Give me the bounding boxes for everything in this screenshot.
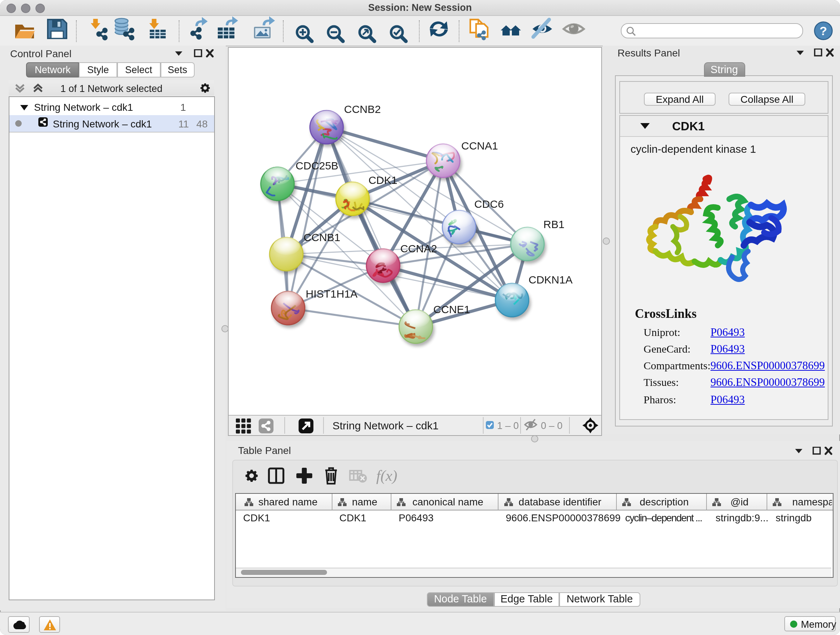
svg-text:CCNA1: CCNA1 (461, 139, 498, 151)
svg-text:1 – 0: 1 – 0 (497, 420, 519, 431)
svg-text:0 – 0: 0 – 0 (541, 420, 562, 431)
svg-text:namespac: namespac (792, 496, 832, 507)
svg-text:CDC25B: CDC25B (295, 159, 338, 171)
svg-text:String Network – cdk1: String Network – cdk1 (332, 419, 439, 431)
svg-text:stringdb: stringdb (775, 512, 812, 523)
svg-text:description: description (639, 496, 688, 507)
svg-text:CCNB2: CCNB2 (344, 103, 381, 115)
svg-text:CCNA2: CCNA2 (400, 242, 437, 254)
svg-text:shared name: shared name (258, 496, 317, 507)
svg-text:CDK1: CDK1 (368, 174, 397, 186)
svg-text:CCNE1: CCNE1 (433, 303, 470, 315)
svg-text:cyclin–dependent ...: cyclin–dependent ... (625, 512, 703, 523)
svg-text:@id: @id (730, 496, 748, 507)
svg-text:HIST1H1A: HIST1H1A (306, 287, 357, 299)
svg-text:CDK1: CDK1 (243, 512, 270, 523)
svg-text:database identifier: database identifier (519, 496, 602, 507)
svg-text:canonical name: canonical name (412, 496, 483, 507)
svg-text:?: ? (820, 24, 827, 38)
svg-text:RB1: RB1 (543, 218, 564, 230)
svg-text:f(x): f(x) (376, 467, 397, 485)
svg-text:name: name (352, 496, 377, 507)
svg-text:CDC6: CDC6 (474, 198, 504, 210)
svg-text:CDKN1A: CDKN1A (529, 273, 573, 285)
svg-text:P06493: P06493 (399, 512, 434, 523)
svg-text:CCNB1: CCNB1 (303, 231, 340, 243)
svg-text:CDK1: CDK1 (339, 512, 366, 523)
svg-text:9606.ENSP00000378699: 9606.ENSP00000378699 (506, 512, 621, 523)
svg-text:stringdb:9...: stringdb:9... (715, 512, 768, 523)
